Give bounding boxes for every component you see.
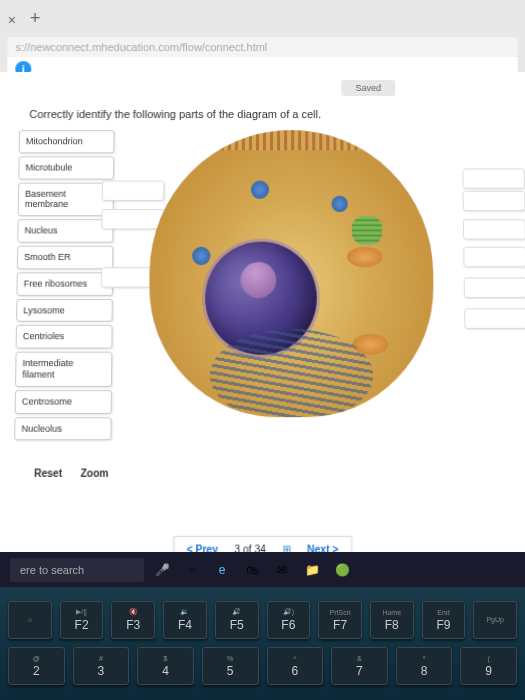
browser-chrome: × + s://newconnect.mheducation.com/flow/… xyxy=(0,0,525,72)
cell-diagram[interactable] xyxy=(148,130,434,417)
dropzone[interactable] xyxy=(464,277,525,298)
reset-button[interactable]: Reset xyxy=(34,467,62,479)
label-nucleolus[interactable]: Nucleolus xyxy=(14,417,112,441)
new-tab-button[interactable]: + xyxy=(30,8,41,29)
physical-keyboard: ☼ ▶/||F2 🔇F3 🔉F4 🔊F5 🔊)F6 PrtScnF7 HomeF… xyxy=(0,587,525,700)
key-f9: EndF9 xyxy=(422,601,466,639)
saved-badge: Saved xyxy=(342,80,396,96)
er-icon xyxy=(210,329,374,417)
key-f6: 🔊)F6 xyxy=(267,601,311,639)
diagram-controls: Reset Zoom xyxy=(34,467,511,479)
mic-icon[interactable]: 🎤 xyxy=(150,558,174,582)
key-f4: 🔉F4 xyxy=(163,601,207,639)
organelle-icon xyxy=(192,247,210,265)
label-centrioles[interactable]: Centrioles xyxy=(16,325,113,349)
dropzone[interactable] xyxy=(464,308,525,329)
key-4: $4 xyxy=(137,647,194,685)
key-5: %5 xyxy=(202,647,259,685)
chrome-icon[interactable]: 🟢 xyxy=(330,558,354,582)
cortana-icon[interactable]: ○ xyxy=(180,558,204,582)
windows-taskbar: ere to search 🎤 ○ e 🛍 ✉ 📁 🟢 xyxy=(0,552,525,587)
label-intermediate-filament[interactable]: Intermediate filament xyxy=(15,352,112,387)
label-centrosome[interactable]: Centrosome xyxy=(15,390,112,414)
dropzone[interactable] xyxy=(462,168,525,188)
label-nucleus[interactable]: Nucleus xyxy=(17,219,113,242)
zoom-button[interactable]: Zoom xyxy=(81,467,109,479)
key-6: ^6 xyxy=(267,647,324,685)
explorer-icon[interactable]: 📁 xyxy=(300,558,324,582)
organelle-icon xyxy=(251,181,269,199)
labels-column: Mitochondrion Microtubule Basement membr… xyxy=(14,130,115,459)
question-text: Correctly identify the following parts o… xyxy=(29,108,505,120)
nucleolus-icon xyxy=(241,262,277,298)
key-9: (9 xyxy=(460,647,517,685)
key-3: #3 xyxy=(73,647,130,685)
key-f7: PrtScnF7 xyxy=(318,601,362,639)
content-area: Saved Correctly identify the following p… xyxy=(0,72,525,567)
mail-icon[interactable]: ✉ xyxy=(270,558,294,582)
label-smooth-er[interactable]: Smooth ER xyxy=(17,246,113,269)
label-microtubule[interactable]: Microtubule xyxy=(18,156,114,179)
diagram-area xyxy=(117,130,511,459)
edge-icon[interactable]: e xyxy=(210,558,234,582)
store-icon[interactable]: 🛍 xyxy=(240,558,264,582)
tab-bar: × + xyxy=(8,4,518,33)
dropzone[interactable] xyxy=(101,209,164,229)
dropzone[interactable] xyxy=(102,181,165,201)
main-content: Mitochondrion Microtubule Basement membr… xyxy=(14,130,511,459)
golgi-icon xyxy=(352,216,383,245)
key-2: @2 xyxy=(8,647,65,685)
key-f2: ▶/||F2 xyxy=(60,601,104,639)
dropzone[interactable] xyxy=(463,247,525,267)
url-bar[interactable]: s://newconnect.mheducation.com/flow/conn… xyxy=(7,37,517,57)
key-f5: 🔊F5 xyxy=(215,601,259,639)
key-f1: ☼ xyxy=(8,601,52,639)
dropzone[interactable] xyxy=(463,219,525,239)
key-7: &7 xyxy=(331,647,388,685)
keyboard-row-1: ☼ ▶/||F2 🔇F3 🔉F4 🔊F5 🔊)F6 PrtScnF7 HomeF… xyxy=(8,601,517,639)
mitochondrion-icon xyxy=(347,247,383,267)
key-f3: 🔇F3 xyxy=(111,601,155,639)
key-f8: HomeF8 xyxy=(370,601,414,639)
dropzone[interactable] xyxy=(463,191,525,211)
label-free-ribosomes[interactable]: Free ribosomes xyxy=(16,272,113,295)
key-8: *8 xyxy=(396,647,453,685)
label-mitochondrion[interactable]: Mitochondrion xyxy=(19,130,115,153)
key-pgup: PgUp xyxy=(473,601,517,639)
url-text: s://newconnect.mheducation.com/flow/conn… xyxy=(15,41,267,53)
label-lysosome[interactable]: Lysosome xyxy=(16,299,113,322)
label-basement-membrane[interactable]: Basement membrane xyxy=(18,182,114,216)
tab-close-icon[interactable]: × xyxy=(8,11,22,25)
organelle-icon xyxy=(332,196,348,212)
keyboard-row-2: @2 #3 $4 %5 ^6 &7 *8 (9 xyxy=(8,647,517,685)
taskbar-search[interactable]: ere to search xyxy=(10,558,144,582)
